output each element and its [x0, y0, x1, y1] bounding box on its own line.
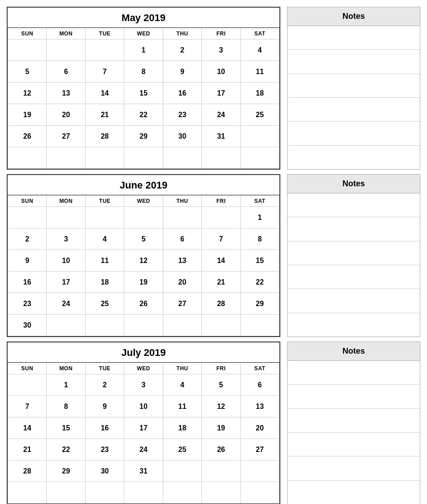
day-cell-2-0-3: 3 [124, 374, 163, 396]
notes-header-0: Notes [288, 7, 420, 26]
notes-line-0-0[interactable] [288, 26, 420, 50]
day-cell-2-3-4: 25 [163, 439, 201, 460]
day-cell-0-1-2: 7 [85, 61, 124, 83]
day-header-TUE: TUE [85, 363, 124, 374]
day-cell-1-1-1: 3 [47, 228, 85, 250]
day-cell-2-3-2: 23 [85, 439, 124, 460]
day-cell-0-4-6 [240, 126, 279, 147]
notes-line-1-4[interactable] [288, 289, 420, 313]
day-cell-1-5-5 [202, 315, 240, 336]
notes-line-1-5[interactable] [288, 313, 420, 337]
day-cell-2-5-1 [47, 482, 85, 504]
day-cell-1-3-5: 21 [202, 272, 240, 293]
day-cell-1-1-2: 4 [85, 228, 124, 250]
day-cell-1-5-2 [85, 315, 124, 336]
notes-line-0-2[interactable] [288, 74, 420, 98]
week-row-0-5 [8, 147, 279, 169]
notes-line-2-0[interactable] [288, 361, 420, 385]
notes-line-0-3[interactable] [288, 98, 420, 122]
day-cell-1-3-0: 16 [8, 272, 47, 293]
day-cell-2-2-0: 14 [8, 417, 47, 439]
day-cell-0-0-2 [85, 39, 124, 61]
day-header-FRI: FRI [202, 196, 240, 207]
day-cell-2-5-4 [163, 482, 201, 504]
notes-line-2-1[interactable] [288, 385, 420, 408]
day-cell-2-3-3: 24 [124, 439, 163, 460]
notes-line-2-5[interactable] [288, 481, 420, 504]
day-cell-1-4-0: 23 [8, 293, 47, 315]
day-cell-0-4-2: 28 [85, 126, 124, 147]
day-cell-1-1-6: 8 [240, 228, 279, 250]
day-cell-2-5-5 [202, 482, 240, 504]
notes-line-2-4[interactable] [288, 456, 420, 480]
notes-line-1-2[interactable] [288, 241, 420, 265]
day-cell-2-2-4: 18 [163, 417, 201, 439]
day-header-MON: MON [47, 28, 85, 39]
day-cell-0-3-1: 20 [47, 104, 85, 126]
day-cell-1-5-0: 30 [8, 315, 47, 336]
day-header-SUN: SUN [8, 363, 47, 374]
day-cell-1-4-4: 27 [163, 293, 201, 315]
day-cell-1-3-1: 17 [47, 272, 85, 293]
day-cell-0-3-3: 22 [124, 104, 163, 126]
calendar-0: May 2019SUNMONTUEWEDTHUFRISAT12345678910… [7, 7, 280, 170]
day-cell-0-2-5: 17 [202, 83, 240, 104]
day-cell-2-4-3: 31 [124, 460, 163, 482]
day-cell-2-0-2: 2 [85, 374, 124, 396]
day-header-WED: WED [124, 196, 163, 207]
day-cell-0-5-1 [47, 147, 85, 169]
calendar-grid-2: SUNMONTUEWEDTHUFRISAT1234567891011121314… [8, 363, 279, 504]
day-header-SUN: SUN [8, 196, 47, 207]
day-cell-2-0-5: 5 [202, 374, 240, 396]
day-cell-2-5-3 [124, 482, 163, 504]
day-cell-1-4-6: 29 [240, 293, 279, 315]
day-cell-2-1-6: 13 [240, 396, 279, 417]
notes-line-1-0[interactable] [288, 193, 420, 217]
week-row-2-3: 21222324252627 [8, 439, 279, 460]
day-header-SAT: SAT [240, 196, 279, 207]
notes-section-1: Notes [287, 174, 420, 337]
day-cell-0-4-4: 30 [163, 126, 201, 147]
notes-section-2: Notes [287, 342, 420, 504]
week-row-1-5: 30 [8, 315, 279, 336]
day-cell-1-3-4: 20 [163, 272, 201, 293]
day-cell-0-0-5: 3 [202, 39, 240, 61]
notes-line-0-5[interactable] [288, 146, 420, 169]
day-cell-0-1-4: 9 [163, 61, 201, 83]
notes-line-0-4[interactable] [288, 122, 420, 145]
day-cell-0-1-0: 5 [8, 61, 47, 83]
notes-line-1-3[interactable] [288, 265, 420, 289]
day-cell-1-4-5: 28 [202, 293, 240, 315]
day-cell-0-2-1: 13 [47, 83, 85, 104]
day-cell-2-3-6: 27 [240, 439, 279, 460]
day-cell-1-3-2: 18 [85, 272, 124, 293]
day-cell-0-3-5: 24 [202, 104, 240, 126]
day-cell-2-2-5: 19 [202, 417, 240, 439]
day-cell-1-4-3: 26 [124, 293, 163, 315]
notes-line-2-3[interactable] [288, 433, 420, 456]
notes-line-2-2[interactable] [288, 409, 420, 433]
day-cell-1-0-4 [163, 207, 201, 228]
day-cell-1-4-2: 25 [85, 293, 124, 315]
notes-lines-2 [288, 361, 420, 504]
calendar-grid-0: SUNMONTUEWEDTHUFRISAT1234567891011121314… [8, 28, 279, 169]
day-cell-2-0-1: 1 [47, 374, 85, 396]
day-cell-2-1-2: 9 [85, 396, 124, 417]
calendar-grid-1: SUNMONTUEWEDTHUFRISAT1234567891011121314… [8, 195, 279, 336]
day-cell-0-0-4: 2 [163, 39, 201, 61]
day-cell-0-0-1 [47, 39, 85, 61]
notes-section-0: Notes [287, 7, 420, 170]
day-cell-0-3-0: 19 [8, 104, 47, 126]
day-cell-2-2-2: 16 [85, 417, 124, 439]
week-row-1-3: 16171819202122 [8, 272, 279, 293]
day-cell-1-1-5: 7 [202, 228, 240, 250]
day-header-SAT: SAT [240, 363, 279, 374]
day-cell-0-2-4: 16 [163, 83, 201, 104]
notes-line-1-1[interactable] [288, 217, 420, 241]
notes-line-0-1[interactable] [288, 50, 420, 74]
week-row-1-2: 9101112131415 [8, 250, 279, 272]
day-cell-2-4-1: 29 [47, 460, 85, 482]
week-row-1-1: 2345678 [8, 228, 279, 250]
day-cell-1-3-3: 19 [124, 272, 163, 293]
week-row-2-0: 123456 [8, 374, 279, 396]
